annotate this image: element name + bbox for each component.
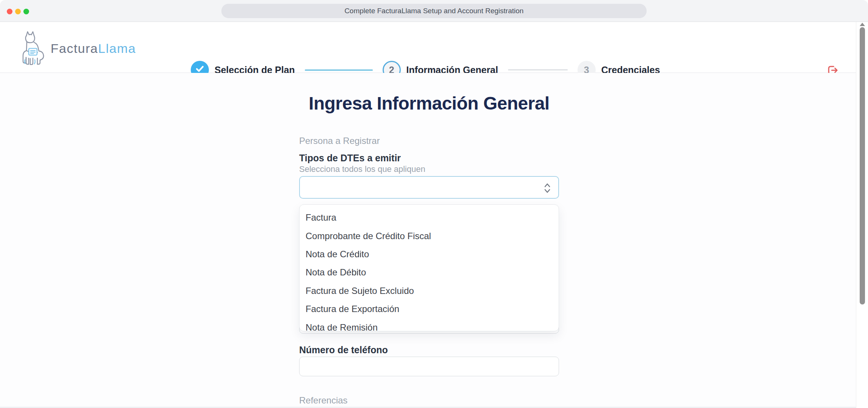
dropdown-option[interactable]: Comprobante de Crédito Fiscal bbox=[300, 227, 559, 245]
dte-multiselect-input[interactable] bbox=[299, 176, 559, 199]
page-title: Ingresa Información General bbox=[299, 93, 559, 114]
dropdown-option[interactable]: Nota de Crédito bbox=[300, 245, 559, 263]
next-field-top-edge bbox=[0, 407, 857, 408]
section-label-persona: Persona a Registrar bbox=[299, 136, 380, 146]
phone-field-label: Número de teléfono bbox=[299, 345, 388, 355]
close-window-button[interactable] bbox=[7, 9, 12, 14]
stepper-connector-upcoming bbox=[508, 70, 568, 71]
dropdown-option[interactable]: Factura de Exportación bbox=[300, 300, 559, 318]
phone-input[interactable] bbox=[299, 357, 559, 376]
llama-icon bbox=[17, 30, 47, 66]
brand-wordmark: FacturaLlama bbox=[51, 41, 136, 56]
scrollbar-thumb[interactable] bbox=[860, 27, 865, 304]
app-window: Complete FacturaLlama Setup and Account … bbox=[0, 0, 868, 408]
section-label-referencias: Referencias bbox=[299, 395, 348, 406]
page-scrollbar[interactable] bbox=[856, 22, 868, 408]
dte-field-hint: Selecciona todos los que apliquen bbox=[299, 164, 425, 174]
window-titlebar: Complete FacturaLlama Setup and Account … bbox=[0, 0, 868, 22]
dropdown-option[interactable]: Factura bbox=[300, 209, 559, 227]
chevron-up-down-icon bbox=[543, 182, 551, 196]
brand-word-secondary: Llama bbox=[98, 41, 136, 56]
window-title: Complete FacturaLlama Setup and Account … bbox=[221, 4, 647, 18]
dropdown-option[interactable]: Factura de Sujeto Excluido bbox=[300, 282, 559, 300]
stepper-connector-complete bbox=[305, 70, 373, 71]
minimize-window-button[interactable] bbox=[15, 9, 21, 14]
dropdown-option[interactable]: Nota de Remisión bbox=[300, 318, 559, 331]
app-header: FacturaLlama Selección de Plan 2 Informa… bbox=[0, 22, 868, 73]
brand-word-primary: Factura bbox=[51, 41, 98, 56]
brand-logo: FacturaLlama bbox=[17, 30, 136, 66]
main-content: Ingresa Información General Persona a Re… bbox=[0, 73, 857, 408]
dropdown-option[interactable]: Nota de Débito bbox=[300, 263, 559, 281]
dte-field-label: Tipos de DTEs a emitir bbox=[299, 153, 401, 164]
dte-options-dropdown[interactable]: FacturaComprobante de Crédito FiscalNota… bbox=[299, 204, 559, 331]
zoom-window-button[interactable] bbox=[23, 9, 29, 14]
scroll-up-arrow-icon[interactable] bbox=[860, 23, 865, 26]
